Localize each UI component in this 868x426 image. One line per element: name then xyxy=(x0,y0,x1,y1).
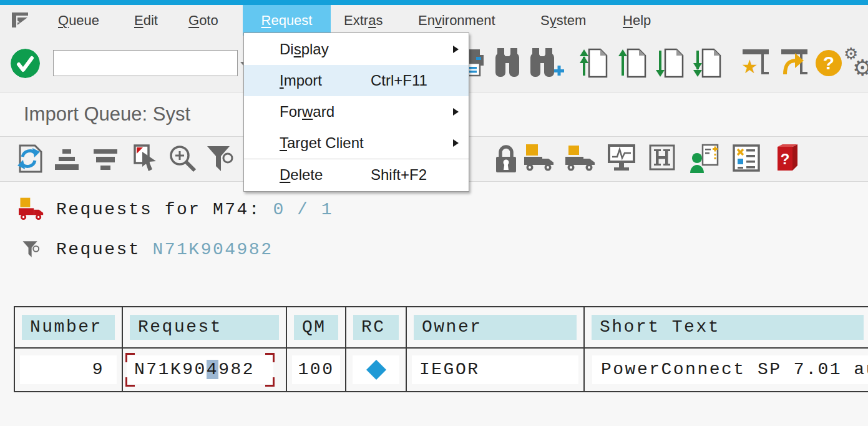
session-menu-icon[interactable] xyxy=(11,12,30,29)
logs-icon[interactable] xyxy=(731,143,761,173)
diamond-blue-icon xyxy=(365,359,388,381)
column-header-rc: RC xyxy=(346,307,407,349)
sort-descending-icon[interactable] xyxy=(91,148,120,172)
import-queue-table: Number Request QM RC Owner Short Text 9 … xyxy=(14,306,868,392)
request-label: Request xyxy=(56,240,152,259)
menu-queue[interactable]: Queue xyxy=(58,5,99,36)
focus-corner-icon xyxy=(265,353,275,362)
find-icon[interactable] xyxy=(493,47,522,78)
import-request-icon[interactable] xyxy=(523,143,555,173)
focus-corner-icon xyxy=(125,377,135,387)
menu-environment[interactable]: Environment xyxy=(418,5,495,36)
menu-item-target-client[interactable]: Target Client xyxy=(244,127,469,159)
truck-red-icon xyxy=(17,197,45,222)
column-header-chip[interactable]: Owner xyxy=(414,315,577,340)
new-session-icon[interactable]: ★ xyxy=(740,47,771,77)
menu-extras[interactable]: Extras xyxy=(344,5,383,36)
command-field[interactable] xyxy=(53,50,238,76)
text-cursor: 4 xyxy=(207,360,218,379)
help-icon[interactable]: ? xyxy=(815,49,842,77)
column-header-number: Number xyxy=(15,307,123,349)
menu-system[interactable]: System xyxy=(540,5,586,36)
menu-goto[interactable]: Goto xyxy=(188,5,218,36)
import-all-requests-icon[interactable] xyxy=(564,143,597,173)
svg-text:★: ★ xyxy=(741,56,758,77)
menu-edit[interactable]: Edit xyxy=(134,5,158,36)
column-header-chip[interactable]: Short Text xyxy=(592,315,864,340)
window-accent-strip xyxy=(0,0,868,5)
table-row-cell-number: 9 xyxy=(15,349,123,392)
column-header-qm: QM xyxy=(287,307,346,349)
table-row-cell-owner: IEGOR xyxy=(407,349,585,392)
menu-help[interactable]: Help xyxy=(623,5,651,36)
refresh-icon[interactable] xyxy=(14,143,44,174)
help-book-icon[interactable]: ? xyxy=(774,143,801,173)
rc-status-field[interactable] xyxy=(353,355,399,384)
menu-item-display[interactable]: Display xyxy=(244,34,469,65)
request-number: N71K904982 xyxy=(152,240,273,259)
first-page-icon[interactable] xyxy=(579,47,609,79)
import-monitor-icon[interactable] xyxy=(607,143,638,173)
choose-detail-icon[interactable] xyxy=(167,143,198,174)
submenu-arrow-icon xyxy=(453,139,459,147)
find-next-icon[interactable] xyxy=(528,47,564,79)
requests-label: Requests for M74: xyxy=(56,200,273,219)
table-row-cell-shorttext: PowerConnect SP 7.01 au xyxy=(585,349,868,392)
menu-bar: Queue Edit Goto Request Extras Environme… xyxy=(0,5,868,36)
menu-request[interactable]: Request xyxy=(243,5,331,36)
request-value-field[interactable]: N71K904982 xyxy=(127,355,273,384)
owner-value[interactable]: IEGOR xyxy=(412,355,578,384)
column-header-chip[interactable]: RC xyxy=(353,315,399,340)
lock-icon[interactable] xyxy=(493,143,519,174)
column-header-shorttext: Short Text xyxy=(585,307,868,349)
menu-item-delete[interactable]: Delete Shift+F2 xyxy=(244,159,469,191)
qm-value[interactable]: 100 xyxy=(292,355,340,384)
shortcut-label: Ctrl+F11 xyxy=(371,65,427,96)
svg-text:?: ? xyxy=(781,151,790,167)
select-block-icon[interactable] xyxy=(130,143,161,174)
user-queue-icon[interactable] xyxy=(689,143,720,174)
create-shortcut-icon[interactable] xyxy=(779,47,810,77)
focus-corner-icon xyxy=(265,377,275,387)
table-row-cell-qm: 100 xyxy=(287,349,346,392)
submenu-arrow-icon xyxy=(453,108,459,116)
svg-text:?: ? xyxy=(823,52,834,73)
menu-item-import[interactable]: Import Ctrl+F11 xyxy=(244,65,469,96)
request-dropdown-menu: Display Import Ctrl+F11 Forward Target C… xyxy=(243,32,469,192)
last-page-icon[interactable] xyxy=(693,47,723,79)
column-header-chip[interactable]: Number xyxy=(22,315,115,340)
page-title: Import Queue: Syst xyxy=(24,92,190,136)
customize-layout-icon[interactable]: ⚙ ⚙ xyxy=(844,46,868,81)
filter-icon[interactable] xyxy=(205,143,236,174)
requests-count: 0 / 1 xyxy=(273,200,333,219)
svg-text:⚙: ⚙ xyxy=(852,55,868,81)
short-text-value[interactable]: PowerConnect SP 7.01 au xyxy=(592,355,868,384)
enter-button[interactable] xyxy=(11,49,40,78)
content-area: Requests for M74: 0 / 1 Request N71K9049… xyxy=(0,182,868,426)
number-value[interactable]: 9 xyxy=(20,355,117,384)
next-page-icon[interactable] xyxy=(655,47,685,79)
shortcut-label: Shift+F2 xyxy=(371,159,427,191)
submenu-arrow-icon xyxy=(453,46,459,53)
column-header-request: Request xyxy=(123,307,287,349)
column-header-owner: Owner xyxy=(407,307,585,349)
focus-corner-icon xyxy=(125,353,135,362)
previous-page-icon[interactable] xyxy=(618,47,648,79)
table-row-cell-rc xyxy=(346,349,407,392)
column-header-chip[interactable]: QM xyxy=(294,315,338,340)
menu-item-forward[interactable]: Forward xyxy=(244,96,469,127)
table-row-cell-request: N71K904982 xyxy=(123,349,287,392)
column-header-chip[interactable]: Request xyxy=(130,315,279,340)
filter-funnel-icon xyxy=(21,238,41,260)
sort-ascending-icon[interactable] xyxy=(52,148,81,172)
history-icon[interactable] xyxy=(648,143,676,172)
